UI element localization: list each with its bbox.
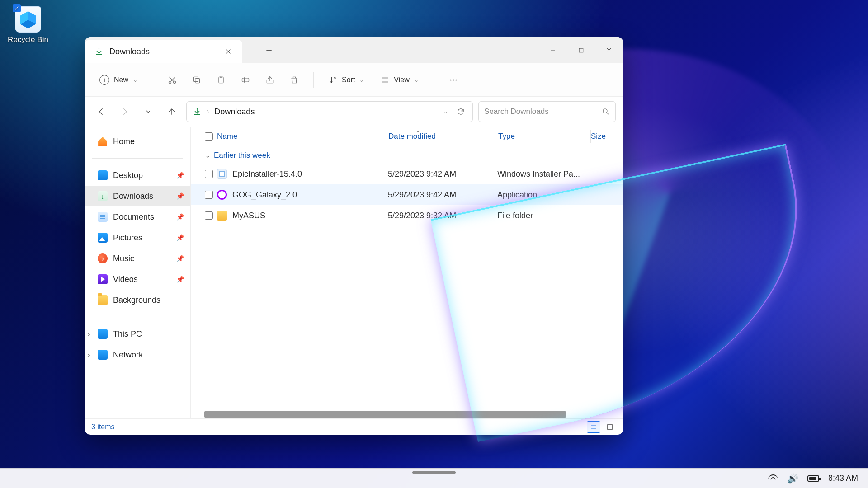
paste-button[interactable] [211, 70, 231, 90]
toolbar-separator [434, 72, 434, 88]
svg-rect-7 [242, 78, 249, 81]
back-button[interactable] [92, 103, 110, 121]
battery-icon[interactable] [807, 475, 819, 482]
toolbar: + New ⌄ Sort ⌄ View ⌄ [85, 63, 623, 97]
sidebar-item-network[interactable]: › Network [85, 344, 190, 365]
sort-button[interactable]: Sort ⌄ [323, 70, 370, 90]
more-button[interactable] [443, 70, 463, 90]
svg-point-11 [603, 109, 607, 113]
status-bar: 3 items [85, 418, 623, 435]
sidebar-item-documents[interactable]: Documents 📌 [85, 206, 190, 227]
sidebar-item-this-pc[interactable]: › This PC [85, 324, 190, 344]
up-button[interactable] [163, 103, 181, 121]
close-window-button[interactable] [595, 37, 623, 63]
new-tab-button[interactable]: ＋ [261, 42, 277, 58]
desktop-icon-label: Recycle Bin [6, 35, 50, 44]
cut-button[interactable] [162, 70, 182, 90]
details-view-button[interactable] [587, 421, 600, 433]
volume-icon[interactable]: 🔊 [787, 473, 798, 484]
desktop-icon-recycle-bin[interactable]: ✓ Recycle Bin [6, 6, 50, 44]
share-button[interactable] [260, 70, 280, 90]
svg-point-8 [450, 79, 451, 80]
sidebar-item-music[interactable]: Music 📌 [85, 248, 190, 269]
sidebar-item-label: Backgrounds [113, 296, 160, 305]
pin-icon: 📌 [176, 255, 184, 262]
horizontal-scrollbar[interactable] [191, 410, 623, 418]
scrollbar-thumb[interactable] [204, 411, 566, 418]
new-button[interactable]: + New ⌄ [93, 70, 144, 90]
sidebar-item-pictures[interactable]: Pictures 📌 [85, 227, 190, 248]
titlebar: Downloads ＋ [85, 37, 623, 63]
file-list-pane: Name Date modified Type Size ⌄ Earlier t… [191, 127, 623, 418]
group-header[interactable]: ⌄ Earlier this week [191, 146, 623, 164]
tab-downloads[interactable]: Downloads [85, 40, 242, 63]
sidebar-item-label: Pictures [113, 233, 142, 243]
maximize-button[interactable] [567, 37, 595, 63]
view-icon [381, 76, 389, 84]
row-checkbox[interactable] [205, 170, 213, 178]
wifi-icon[interactable] [768, 474, 778, 483]
chevron-down-icon: ⌄ [133, 77, 137, 83]
file-row[interactable]: GOG_Galaxy_2.0 5/29/2023 9:42 AM Applica… [191, 184, 623, 205]
toolbar-separator [313, 72, 314, 88]
network-icon [98, 350, 108, 360]
column-header-type[interactable]: Type [498, 132, 590, 141]
file-row[interactable]: MyASUS 5/29/2023 9:32 AM File folder [191, 205, 623, 226]
breadcrumb-location[interactable]: Downloads [214, 107, 255, 117]
sidebar-item-desktop[interactable]: Desktop 📌 [85, 165, 190, 186]
recent-locations-button[interactable] [139, 103, 157, 121]
address-history-button[interactable]: ⌄ [443, 108, 448, 115]
chevron-right-icon[interactable]: › [88, 331, 90, 338]
gog-icon [217, 190, 227, 200]
forward-button[interactable] [116, 103, 134, 121]
system-tray: 🔊 8:43 AM [768, 473, 868, 484]
svg-rect-4 [193, 77, 198, 81]
copy-button[interactable] [187, 70, 207, 90]
row-checkbox[interactable] [205, 211, 213, 220]
tab-close-button[interactable] [221, 44, 236, 59]
file-name: MyASUS [232, 211, 265, 221]
column-header-size[interactable]: Size [591, 132, 618, 141]
window-controls [539, 37, 623, 63]
svg-rect-3 [195, 78, 200, 83]
search-icon [602, 108, 610, 116]
refresh-button[interactable] [453, 104, 468, 119]
thumbnails-view-button[interactable] [603, 421, 617, 433]
documents-icon [98, 212, 108, 222]
sidebar-item-downloads[interactable]: Downloads 📌 [85, 186, 190, 206]
file-name: EpicInstaller-15.4.0 [232, 169, 302, 179]
column-header-name[interactable]: Name [217, 132, 388, 141]
videos-icon [98, 274, 108, 284]
view-button[interactable]: View ⌄ [375, 70, 425, 90]
sidebar-separator [92, 317, 183, 317]
sidebar-item-backgrounds[interactable]: Backgrounds [85, 290, 190, 310]
search-box[interactable] [478, 101, 616, 122]
taskbar[interactable]: 🔊 8:43 AM [0, 468, 868, 488]
pictures-icon [98, 233, 108, 243]
tab-title: Downloads [109, 47, 214, 56]
file-type: File folder [497, 211, 590, 221]
minimize-button[interactable] [539, 37, 567, 63]
sort-label: Sort [342, 76, 355, 84]
search-input[interactable] [484, 107, 602, 116]
select-all-checkbox[interactable] [205, 132, 213, 141]
sidebar-item-label: Home [113, 137, 135, 146]
sidebar-item-home[interactable]: Home [85, 131, 190, 152]
address-bar[interactable]: › Downloads ⌄ [186, 101, 473, 122]
toolbar-separator [153, 72, 153, 88]
chevron-right-icon[interactable]: › [88, 352, 90, 358]
file-date: 5/29/2023 9:42 AM [388, 169, 497, 179]
pin-icon: 📌 [176, 276, 184, 283]
rename-button[interactable] [236, 70, 255, 90]
column-header-date[interactable]: Date modified [388, 132, 498, 141]
breadcrumb-separator-icon: › [207, 108, 209, 116]
file-row[interactable]: EpicInstaller-15.4.0 5/29/2023 9:42 AM W… [191, 164, 623, 184]
file-type: Windows Installer Pa... [497, 169, 590, 179]
downloads-icon [98, 191, 108, 201]
clock[interactable]: 8:43 AM [828, 474, 858, 483]
view-label: View [394, 76, 409, 84]
sidebar-item-videos[interactable]: Videos 📌 [85, 269, 190, 290]
delete-button[interactable] [284, 70, 304, 90]
row-checkbox[interactable] [205, 191, 213, 199]
column-headers: Name Date modified Type Size [191, 127, 623, 146]
